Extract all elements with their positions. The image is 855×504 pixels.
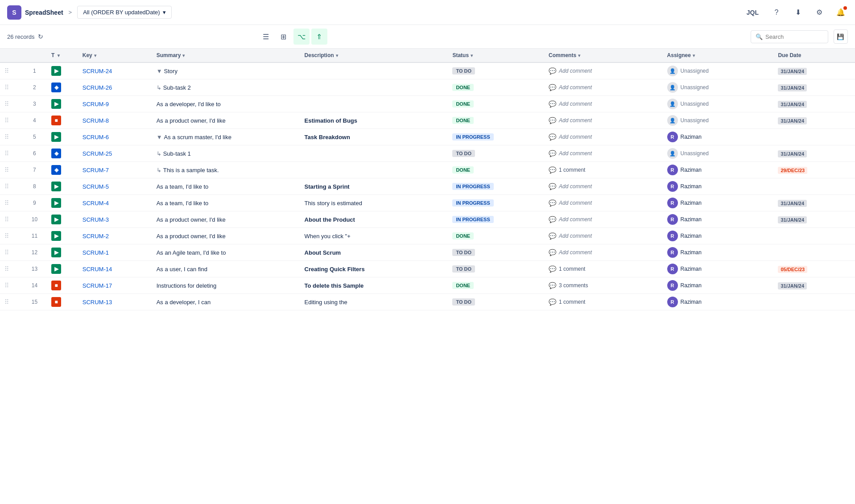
comment-text[interactable]: Add comment — [559, 233, 592, 239]
drag-handle-icon[interactable]: ⠿ — [4, 265, 9, 273]
status-cell: TO DO — [448, 261, 544, 277]
assignee-name: Raziman — [681, 167, 702, 173]
comments-cell[interactable]: 💬 1 comment — [544, 162, 662, 178]
drag-handle-icon[interactable]: ⠿ — [4, 117, 9, 124]
comment-text[interactable]: Add comment — [559, 249, 592, 256]
issue-key-link[interactable]: SCRUM-17 — [83, 282, 112, 289]
settings-button[interactable]: ⚙ — [812, 5, 826, 20]
col-header-assignee[interactable]: Assignee ▾ — [663, 49, 774, 62]
comment-text[interactable]: 3 comments — [559, 282, 588, 289]
drag-handle-icon[interactable]: ⠿ — [4, 298, 9, 306]
comment-text[interactable]: Add comment — [559, 101, 592, 107]
drag-handle-icon[interactable]: ⠿ — [4, 282, 9, 289]
comments-cell[interactable]: 💬 Add comment — [544, 244, 662, 261]
comment-text[interactable]: Add comment — [559, 150, 592, 157]
comments-cell[interactable]: 💬 Add comment — [544, 112, 662, 129]
comment-text[interactable]: 1 comment — [559, 167, 585, 173]
issue-key-link[interactable]: SCRUM-4 — [83, 200, 109, 207]
assignee-cell: R Raziman — [667, 181, 769, 192]
refresh-button[interactable]: ↻ — [38, 33, 43, 40]
issue-key-link[interactable]: SCRUM-14 — [83, 266, 112, 273]
comments-cell[interactable]: 💬 1 comment — [544, 261, 662, 277]
key-cell: SCRUM-4 — [78, 195, 152, 211]
save-view-button[interactable]: 💾 — [834, 29, 848, 44]
comments-cell[interactable]: 💬 Add comment — [544, 96, 662, 112]
key-cell: SCRUM-17 — [78, 277, 152, 294]
issue-key-link[interactable]: SCRUM-9 — [83, 101, 109, 107]
comment-icon: 💬 — [549, 117, 556, 124]
issue-key-link[interactable]: SCRUM-24 — [83, 68, 112, 74]
issue-key-link[interactable]: SCRUM-25 — [83, 150, 112, 157]
drag-handle-icon[interactable]: ⠿ — [4, 249, 9, 256]
comment-text[interactable]: Add comment — [559, 183, 592, 190]
comments-cell[interactable]: 💬 1 comment — [544, 294, 662, 310]
search-input[interactable] — [765, 33, 823, 40]
issue-key-link[interactable]: SCRUM-5 — [83, 183, 109, 190]
comment-text[interactable]: Add comment — [559, 134, 592, 140]
key-cell: SCRUM-3 — [78, 211, 152, 228]
drag-handle-icon[interactable]: ⠿ — [4, 183, 9, 190]
list-view-button[interactable]: ☰ — [258, 29, 274, 45]
comment-text[interactable]: Add comment — [559, 200, 592, 206]
download-button[interactable]: ⬇ — [791, 5, 805, 20]
drag-handle-icon[interactable]: ⠿ — [4, 84, 9, 91]
drag-handle-icon[interactable]: ⠿ — [4, 216, 9, 223]
col-header-key[interactable]: Key ▾ — [78, 49, 152, 62]
issue-key-link[interactable]: SCRUM-7 — [83, 167, 109, 174]
comments-cell[interactable]: 💬 3 comments — [544, 277, 662, 294]
comments-cell[interactable]: 💬 Add comment — [544, 178, 662, 195]
drag-handle-icon[interactable]: ⠿ — [4, 166, 9, 174]
comments-cell[interactable]: 💬 Add comment — [544, 228, 662, 244]
drag-handle-cell: ⠿ — [0, 145, 22, 162]
due-date-cell — [773, 228, 855, 244]
col-header-description[interactable]: Description ▾ — [300, 49, 448, 62]
help-button[interactable]: ? — [769, 5, 784, 20]
assignee-cell: 👤 Unassigned — [667, 115, 769, 126]
drag-handle-icon[interactable]: ⠿ — [4, 232, 9, 240]
drag-handle-cell: ⠿ — [0, 112, 22, 129]
status-cell: DONE — [448, 277, 544, 294]
col-header-num — [22, 49, 47, 62]
issue-key-link[interactable]: SCRUM-26 — [83, 84, 112, 91]
comment-text[interactable]: Add comment — [559, 68, 592, 74]
row-number: 14 — [22, 277, 47, 294]
issue-key-link[interactable]: SCRUM-13 — [83, 299, 112, 306]
collapse-view-button[interactable]: ⇑ — [311, 29, 327, 45]
toolbar: 26 records ↻ ☰ ⊞ ⌥ ⇑ 🔍 💾 — [0, 25, 855, 49]
comments-cell[interactable]: 💬 Add comment — [544, 211, 662, 228]
drag-handle-icon[interactable]: ⠿ — [4, 150, 9, 157]
issue-key-link[interactable]: SCRUM-3 — [83, 216, 109, 223]
comments-cell[interactable]: 💬 Add comment — [544, 145, 662, 162]
table-row: ⠿ 4 ■ SCRUM-8 As a product owner, I'd li… — [0, 112, 855, 129]
drag-handle-icon[interactable]: ⠿ — [4, 133, 9, 140]
comments-cell[interactable]: 💬 Add comment — [544, 195, 662, 211]
drag-handle-icon[interactable]: ⠿ — [4, 100, 9, 107]
type-icon: ▶ — [51, 132, 61, 142]
comment-text[interactable]: 1 comment — [559, 299, 585, 305]
comments-cell[interactable]: 💬 Add comment — [544, 79, 662, 96]
assignee-td: R Raziman — [663, 162, 774, 178]
drag-handle-icon[interactable]: ⠿ — [4, 67, 9, 74]
comments-cell[interactable]: 💬 Add comment — [544, 129, 662, 145]
assignee-cell: 👤 Unassigned — [667, 99, 769, 109]
grid-view-button[interactable]: ⊞ — [276, 29, 292, 45]
comment-text[interactable]: Add comment — [559, 216, 592, 223]
filter-dropdown[interactable]: All (ORDER BY updatedDate) ▾ — [77, 6, 171, 19]
issue-key-link[interactable]: SCRUM-2 — [83, 233, 109, 240]
col-header-comments[interactable]: Comments ▾ — [544, 49, 662, 62]
issue-key-link[interactable]: SCRUM-1 — [83, 249, 109, 256]
comment-text[interactable]: 1 comment — [559, 266, 585, 272]
comment-text[interactable]: Add comment — [559, 84, 592, 91]
col-header-type[interactable]: T ▼ — [47, 49, 78, 62]
hierarchy-view-button[interactable]: ⌥ — [293, 29, 310, 45]
assignee-td: 👤 Unassigned — [663, 62, 774, 79]
comment-text[interactable]: Add comment — [559, 117, 592, 124]
col-header-summary[interactable]: Summary ▾ — [152, 49, 300, 62]
assignee-td: 👤 Unassigned — [663, 112, 774, 129]
issue-key-link[interactable]: SCRUM-6 — [83, 134, 109, 140]
issue-key-link[interactable]: SCRUM-8 — [83, 117, 109, 124]
comments-cell[interactable]: 💬 Add comment — [544, 62, 662, 79]
drag-handle-icon[interactable]: ⠿ — [4, 199, 9, 207]
col-header-status[interactable]: Status ▾ — [448, 49, 544, 62]
jql-button[interactable]: JQL — [743, 7, 762, 18]
